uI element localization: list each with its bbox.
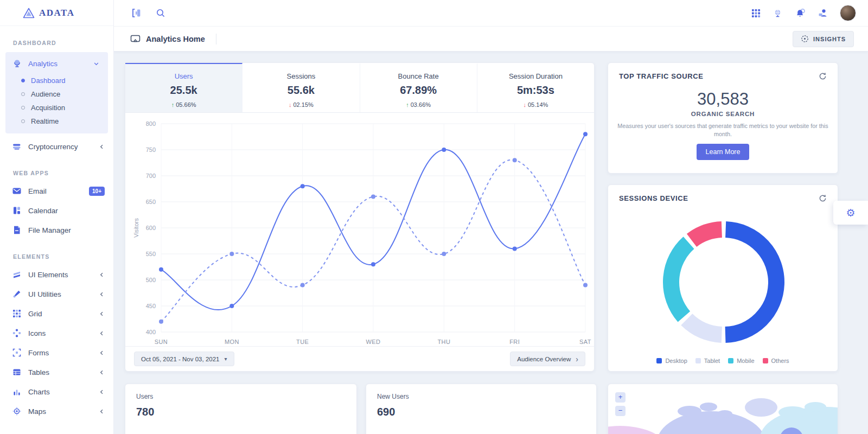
bullet-icon — [21, 119, 25, 123]
legend-item-desktop[interactable]: Desktop — [656, 358, 687, 364]
stat-value: 5m:53s — [477, 84, 594, 97]
stat-value: 25.5k — [125, 84, 242, 97]
insights-button[interactable]: INSIGHTS — [793, 31, 854, 47]
table-icon — [12, 367, 22, 377]
compass-icon — [801, 35, 809, 43]
svg-text:Visitors: Visitors — [133, 218, 139, 238]
sidebar-item-email[interactable]: Email10+ — [0, 181, 113, 201]
sessions-device-card: SESSIONS DEVICE DesktopTabletMobileOther… — [608, 184, 838, 372]
trend-down-icon: ↓ — [523, 101, 526, 108]
caret-down-icon: ▾ — [224, 356, 227, 362]
sidebar-item-charts[interactable]: Charts — [0, 382, 113, 401]
chevron-left-icon — [99, 389, 105, 395]
sessions-map-card: + − — [608, 384, 838, 434]
stat-change: ↑ 05.66% — [125, 101, 242, 108]
sidebar-item-ui-utilities[interactable]: UI Utilities — [0, 284, 113, 304]
sessions-device-donut — [661, 220, 786, 344]
date-range-button[interactable]: Oct 05, 2021 - Nov 03, 2021 ▾ — [134, 352, 234, 366]
sidebar-subitem-audience[interactable]: Audience — [5, 87, 108, 101]
notifications-bell-icon[interactable] — [795, 8, 806, 18]
topbar-right — [751, 5, 856, 21]
new-users-mini-card: New Users 690 — [366, 384, 597, 434]
page-header: Analytics Home INSIGHTS — [114, 26, 868, 52]
sidebar-item-forms[interactable]: Forms — [0, 343, 113, 362]
sidebar-subitem-realtime[interactable]: Realtime — [5, 114, 108, 128]
stat-value: 55.6k — [242, 84, 359, 97]
chart-footer: Oct 05, 2021 - Nov 03, 2021 ▾ Audience O… — [125, 346, 594, 371]
trend-up-icon: ↑ — [171, 101, 175, 108]
user-avatar[interactable] — [840, 5, 856, 21]
bullet-icon — [21, 106, 25, 110]
search-icon[interactable] — [156, 8, 165, 18]
sidebar-item-grid[interactable]: Grid — [0, 304, 113, 323]
grid-icon — [12, 309, 22, 318]
device-card-header: SESSIONS DEVICE — [608, 185, 838, 202]
svg-text:THU: THU — [437, 339, 450, 345]
sidebar-item-calendar[interactable]: Calendar — [0, 201, 113, 220]
settings-gear-button[interactable]: ⚙ — [833, 201, 868, 225]
refresh-icon[interactable] — [819, 194, 827, 202]
traffic-card-header: TOP TRAFFIC SOURCE — [608, 63, 838, 80]
traffic-value: 30,583 — [608, 90, 838, 109]
sidebar: ADATA DASHBOARDAnalyticsDashboardAudienc… — [0, 0, 114, 434]
sidebar-subitem-acquisition[interactable]: Acquisition — [5, 101, 108, 114]
chevron-left-icon — [99, 330, 105, 336]
svg-text:MON: MON — [225, 339, 239, 345]
sidebar-group-analytics: AnalyticsDashboardAudienceAcquisitionRea… — [5, 52, 108, 133]
topbar-left — [131, 8, 165, 18]
svg-text:800: 800 — [146, 120, 156, 127]
traffic-card-title: TOP TRAFFIC SOURCE — [619, 72, 704, 80]
sidebar-item-file-manager[interactable]: File Manager — [0, 220, 113, 240]
sidebar-item-analytics[interactable]: Analytics — [5, 53, 108, 74]
language-globe-icon[interactable] — [773, 8, 783, 18]
forms-icon — [12, 348, 22, 358]
mini-card-label: Users — [136, 393, 346, 400]
svg-text:450: 450 — [146, 303, 156, 309]
learn-more-button[interactable]: Learn More — [697, 144, 750, 160]
mini-card-value: 690 — [377, 406, 585, 418]
nav-section-label: ELEMENTS — [0, 240, 113, 265]
mini-card-value: 780 — [136, 406, 346, 418]
bullet-icon — [21, 79, 25, 82]
users-mini-card: Users 780 — [125, 384, 357, 434]
world-map — [608, 384, 838, 434]
app-logo[interactable]: ADATA — [0, 0, 113, 26]
tab-bounce-rate[interactable]: Bounce Rate67.89%↑ 03.66% — [360, 63, 477, 112]
visitors-line-chart: 400450500550600650700750800SUNMONTUEWEDT… — [130, 116, 592, 356]
profile-chat-icon[interactable] — [818, 8, 828, 18]
stat-change: ↓ 02.15% — [242, 101, 359, 108]
traffic-source-label: ORGANIC SEARCH — [608, 111, 838, 117]
sidebar-item-icons[interactable]: Icons — [0, 323, 113, 343]
apps-grid-icon[interactable] — [751, 9, 761, 18]
svg-text:FRI: FRI — [509, 339, 520, 345]
monitor-icon — [130, 34, 141, 44]
legend-swatch — [728, 358, 733, 363]
mini-card-label: New Users — [377, 393, 585, 400]
email-badge: 10+ — [89, 187, 105, 196]
legend-swatch — [695, 358, 701, 363]
tab-session-duration[interactable]: Session Duration5m:53s↓ 05.14% — [477, 63, 594, 112]
sidebar-nav: DASHBOARDAnalyticsDashboardAudienceAcqui… — [0, 26, 113, 421]
map-zoom-in-button[interactable]: + — [615, 392, 626, 403]
chevron-left-icon — [99, 291, 105, 297]
sidebar-subitem-dashboard[interactable]: Dashboard — [5, 74, 108, 87]
chevron-left-icon — [99, 369, 105, 375]
svg-text:500: 500 — [146, 277, 156, 283]
map-zoom-out-button[interactable]: − — [615, 406, 626, 416]
legend-item-others[interactable]: Others — [763, 358, 789, 364]
sidebar-item-maps[interactable]: Maps — [0, 401, 113, 421]
stat-value: 67.89% — [360, 84, 477, 97]
coins-icon — [12, 142, 22, 151]
legend-item-tablet[interactable]: Tablet — [695, 358, 720, 364]
sidebar-item-ui-elements[interactable]: UI Elements — [0, 265, 113, 284]
tab-users[interactable]: Users25.5k↑ 05.66% — [125, 63, 242, 112]
sidebar-item-cryptocurrency[interactable]: Cryptocurrency — [0, 137, 113, 156]
legend-item-mobile[interactable]: Mobile — [728, 358, 754, 364]
stat-label: Bounce Rate — [360, 72, 477, 80]
collapse-icon[interactable] — [131, 8, 142, 18]
refresh-icon[interactable] — [819, 72, 827, 80]
audience-overview-button[interactable]: Audience Overview › — [510, 352, 585, 366]
tab-sessions[interactable]: Sessions55.6k↓ 02.15% — [242, 63, 360, 112]
sidebar-item-tables[interactable]: Tables — [0, 362, 113, 382]
chevron-left-icon — [99, 144, 105, 150]
